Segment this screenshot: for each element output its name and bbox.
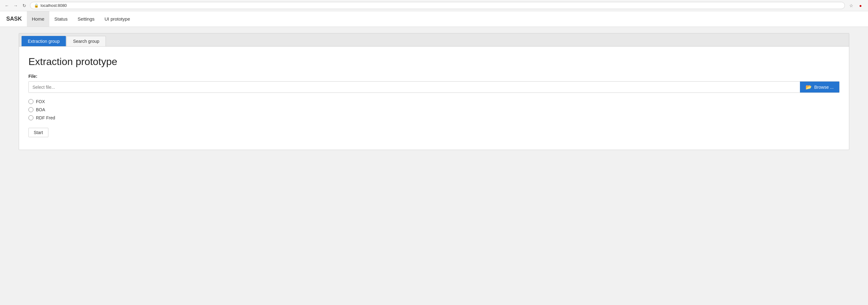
tab-search-group[interactable]: Search group [66, 36, 106, 46]
main-content: Extraction group Search group Extraction… [0, 27, 868, 156]
top-nav: SASK Home Status Settings UI prototype [0, 11, 868, 27]
radio-group: FOX BOA RDF Fred [28, 99, 840, 120]
reload-button[interactable]: ↻ [21, 2, 28, 9]
file-input-row: 📂 Browse ... [28, 81, 840, 93]
radio-item-rdf-fred[interactable]: RDF Fred [28, 115, 840, 120]
tab-bar: Extraction group Search group [19, 33, 849, 47]
radio-rdf-fred[interactable] [28, 115, 33, 120]
brand-label: SASK [4, 16, 24, 22]
tab-extraction-group[interactable]: Extraction group [22, 36, 66, 46]
file-label: File: [28, 74, 840, 79]
browse-button[interactable]: 📂 Browse ... [800, 82, 839, 92]
radio-label-boa: BOA [36, 107, 45, 112]
radio-label-rdf-fred: RDF Fred [36, 115, 55, 120]
folder-icon: 📂 [806, 84, 812, 90]
radio-item-boa[interactable]: BOA [28, 107, 840, 112]
radio-label-fox: FOX [36, 99, 45, 104]
nav-item-status[interactable]: Status [49, 11, 73, 27]
nav-item-home[interactable]: Home [27, 11, 49, 27]
back-button[interactable]: ← [4, 2, 10, 9]
url-text: localhost:8080 [40, 3, 67, 8]
start-button[interactable]: Start [28, 128, 49, 137]
browser-bar: ← → ↻ 🔒 localhost:8080 ☆ ● [0, 0, 868, 11]
bookmark-icon[interactable]: ☆ [847, 2, 855, 9]
lock-icon: 🔒 [34, 3, 39, 8]
panel-body: Extraction prototype File: 📂 Browse ... … [19, 47, 849, 150]
radio-fox[interactable] [28, 99, 33, 104]
extensions-icon[interactable]: ● [857, 2, 864, 9]
page-title: Extraction prototype [28, 56, 840, 67]
radio-item-fox[interactable]: FOX [28, 99, 840, 104]
file-text-input[interactable] [29, 82, 800, 92]
nav-item-ui-prototype[interactable]: UI prototype [100, 11, 135, 27]
nav-item-settings[interactable]: Settings [73, 11, 100, 27]
nav-items: Home Status Settings UI prototype [27, 11, 135, 27]
browser-actions: ☆ ● [847, 2, 864, 9]
forward-button[interactable]: → [12, 2, 19, 9]
radio-boa[interactable] [28, 107, 33, 112]
url-bar[interactable]: 🔒 localhost:8080 [30, 2, 845, 9]
browse-label: Browse ... [814, 85, 834, 90]
panel: Extraction group Search group Extraction… [19, 33, 849, 150]
